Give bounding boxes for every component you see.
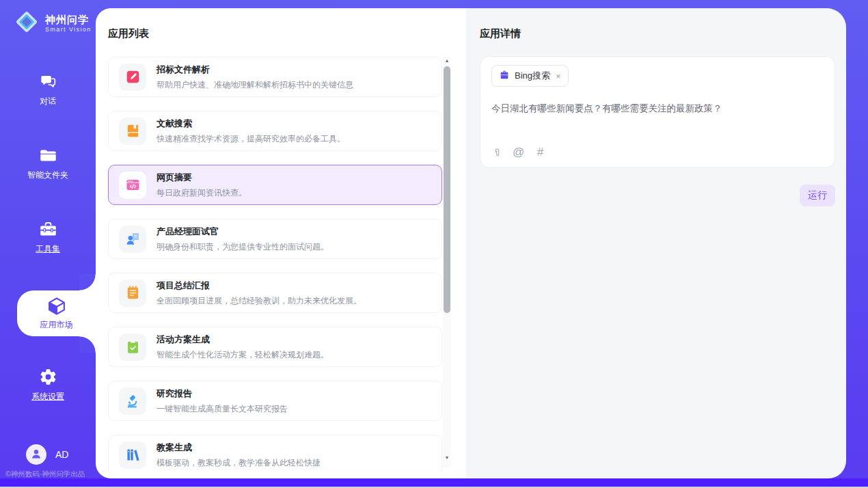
person-icon (30, 448, 42, 462)
sidebar-item-4[interactable]: 应用市场 (17, 290, 96, 336)
app-card-desc: 每日政府新闻资讯快查。 (157, 187, 247, 199)
app-card-title: 活动方案生成 (157, 334, 329, 346)
scrollbar[interactable]: ▲ ▼ (443, 57, 451, 467)
app-card-title: 招标文件解析 (157, 64, 353, 76)
run-button[interactable]: 运行 (800, 185, 835, 206)
user-name: AD (55, 449, 68, 460)
app-card-title: 产品经理面试官 (157, 226, 329, 238)
app-card-desc: 明确身份和职责，为您提供专业性的面试问题。 (157, 241, 329, 253)
scroll-down-icon[interactable]: ▼ (443, 454, 451, 462)
logo-diamond-icon (14, 9, 40, 38)
sidebar-item-label: 智能文件夹 (27, 170, 68, 181)
interviewer-icon (119, 226, 146, 253)
sidebar-item-3[interactable]: 工具集 (0, 219, 96, 260)
folder-icon (39, 145, 57, 165)
logo-title: 神州问学 (45, 14, 92, 25)
logo-subtitle: Smart Vision (45, 26, 92, 33)
app-card-title: 研究报告 (157, 388, 288, 400)
app-card[interactable]: 文献搜索快速精准查找学术资源，提高研究效率的必备工具。 (108, 111, 442, 151)
gear-icon (39, 366, 57, 387)
app-detail-title: 应用详情 (480, 27, 846, 40)
app-card[interactable]: 活动方案生成智能生成个性化活动方案，轻松解决规划难题。 (108, 327, 442, 367)
report-note-icon (119, 280, 146, 307)
attachment-toolbar: @ # (492, 146, 546, 159)
sidebar-item-1[interactable]: 对话 (0, 71, 96, 112)
app-card-title: 网页摘要 (157, 172, 247, 184)
app-card-desc: 智能生成个性化活动方案，轻松解决规划难题。 (157, 349, 329, 361)
books-icon (119, 442, 146, 469)
browser-code-icon (119, 172, 146, 199)
hash-icon[interactable]: # (534, 146, 546, 159)
app-list-title: 应用列表 (108, 27, 466, 40)
briefcase-icon (499, 70, 510, 83)
app-card-desc: 帮助用户快速、准确地理解和解析招标书中的关键信息 (157, 79, 353, 91)
cube-icon (46, 296, 67, 316)
sidebar-item-2[interactable]: 智能文件夹 (0, 145, 96, 186)
app-card[interactable]: 网页摘要每日政府新闻资讯快查。 (108, 165, 442, 205)
sidebar-item-label: 工具集 (36, 243, 60, 255)
app-card[interactable]: 研究报告一键智能生成高质量长文本研究报告 (108, 381, 442, 421)
app-root: { "colors": { "sidebar_purple": "#5a49f0… (0, 0, 868, 488)
app-card[interactable]: 项目总结汇报全面回顾项目进展，总结经验教训，助力未来优化发展。 (108, 273, 442, 313)
app-card-title: 项目总结汇报 (157, 280, 362, 292)
app-card-desc: 模板驱动，教案秒成，教学准备从此轻松快捷 (157, 457, 321, 469)
app-card-title: 文献搜索 (157, 118, 345, 130)
content-area: 应用列表 招标文件解析帮助用户快速、准确地理解和解析招标书中的关键信息文献搜索快… (96, 8, 846, 478)
user-profile[interactable]: AD (26, 444, 68, 465)
sidebar-item-label: 应用市场 (40, 319, 73, 331)
app-card[interactable]: 招标文件解析帮助用户快速、准确地理解和解析招标书中的关键信息 (108, 57, 442, 97)
app-card-desc: 一键智能生成高质量长文本研究报告 (157, 403, 288, 415)
sidebar-item-label: 系统设置 (31, 391, 64, 403)
prompt-input-card[interactable]: Bing搜索 × 今日湖北有哪些新闻要点？有哪些需要关注的最新政策？ @ # (480, 56, 835, 168)
app-list: 招标文件解析帮助用户快速、准确地理解和解析招标书中的关键信息文献搜索快速精准查找… (108, 57, 442, 473)
app-detail-panel: 应用详情 Bing搜索 × 今日湖北有哪些新闻要点？有哪些需要关注的最新政策？ … (466, 8, 846, 478)
sidebar-item-label: 对话 (40, 96, 56, 107)
app-logo: 神州问学 Smart Vision (14, 9, 92, 38)
app-card[interactable]: 产品经理面试官明确身份和职责，为您提供专业性的面试问题。 (108, 219, 442, 259)
app-list-panel: 应用列表 招标文件解析帮助用户快速、准确地理解和解析招标书中的关键信息文献搜索快… (96, 8, 466, 478)
avatar (26, 444, 46, 465)
paperclip-icon[interactable] (492, 146, 502, 159)
bottom-bar (0, 478, 868, 487)
microscope-icon (119, 388, 146, 415)
toolbox-icon (39, 219, 57, 239)
tool-chip-label: Bing搜索 (515, 70, 550, 82)
app-card-desc: 全面回顾项目进展，总结经验教训，助力未来优化发展。 (157, 295, 362, 307)
scroll-up-icon[interactable]: ▲ (443, 57, 451, 65)
app-card[interactable]: 教案生成模板驱动，教案秒成，教学准备从此轻松快捷 (108, 435, 442, 473)
scrollbar-thumb[interactable] (444, 66, 450, 313)
at-icon[interactable]: @ (513, 146, 524, 159)
edit-document-icon (119, 64, 146, 91)
copyright-footer: ©神州数码·神州问学出品 (5, 470, 85, 479)
query-text[interactable]: 今日湖北有哪些新闻要点？有哪些需要关注的最新政策？ (491, 102, 824, 115)
tool-chip[interactable]: Bing搜索 × (491, 65, 569, 87)
app-card-title: 教案生成 (157, 442, 321, 454)
chip-close-icon[interactable]: × (556, 71, 561, 81)
sidebar: 神州问学 Smart Vision 对话智能文件夹工具集应用市场系统设置 AD … (0, 0, 96, 488)
clipboard-check-icon (119, 334, 146, 361)
chat-icon (39, 71, 57, 92)
sidebar-item-5[interactable]: 系统设置 (0, 366, 96, 407)
book-icon (119, 118, 146, 145)
app-card-desc: 快速精准查找学术资源，提高研究效率的必备工具。 (157, 133, 345, 145)
